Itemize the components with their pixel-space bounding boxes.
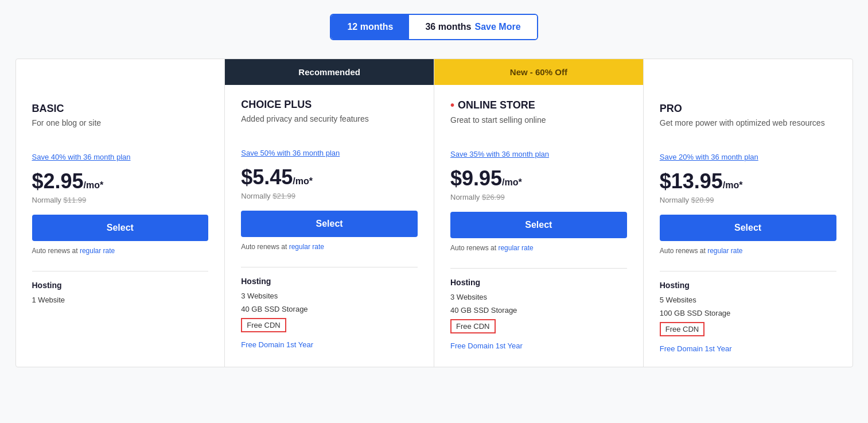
plan-basic-hosting-label: Hosting xyxy=(32,281,209,290)
plan-pro-desc: Get more power with optimized web resour… xyxy=(660,118,836,141)
plan-choice-plus-price: $5.45/mo* xyxy=(241,165,418,189)
plan-pro-regular-rate-link[interactable]: regular rate xyxy=(707,247,742,255)
plan-basic: BASIC For one blog or site Save 40% with… xyxy=(16,59,225,367)
plan-choice-plus-hosting-item-1: 40 GB SSD Storage xyxy=(241,305,418,313)
plan-pro-hosting-item-1: 100 GB SSD Storage xyxy=(660,309,836,317)
plan-basic-name: BASIC xyxy=(32,103,209,115)
36-months-label: 36 months xyxy=(425,22,471,32)
plan-choice-plus-auto-renew: Auto renews at regular rate xyxy=(241,243,418,251)
plan-choice-plus-normally: Normally $21.99 xyxy=(241,192,418,200)
plan-choice-plus-hosting-label: Hosting xyxy=(241,277,418,286)
plan-choice-plus-save-link[interactable]: Save 50% with 36 month plan xyxy=(241,149,418,157)
plan-online-store: New - 60% Off •ONLINE STORE Great to sta… xyxy=(434,59,644,367)
plan-pro-hosting-item-0: 5 Websites xyxy=(660,296,836,304)
plan-online-store-hosting-label: Hosting xyxy=(450,278,627,287)
12-months-tab[interactable]: 12 months xyxy=(331,15,409,39)
plan-online-store-name: •ONLINE STORE xyxy=(450,99,627,112)
plan-pro-normally: Normally $28.99 xyxy=(660,196,836,204)
plan-online-store-save-link[interactable]: Save 35% with 36 month plan xyxy=(450,150,627,158)
plan-online-store-desc: Great to start selling online xyxy=(450,115,627,138)
plan-online-store-hosting-item-0: 3 Websites xyxy=(450,293,627,301)
plan-online-store-free-domain-link[interactable]: Free Domain 1st Year xyxy=(450,341,627,350)
plan-online-store-price: $9.95/mo* xyxy=(450,166,627,191)
plan-choice-plus-name: CHOICE PLUS xyxy=(241,99,418,111)
plan-choice-plus: Recommended CHOICE PLUS Added privacy an… xyxy=(225,59,434,367)
plan-choice-plus-badge: Recommended xyxy=(225,59,434,85)
plan-pro-hosting-label: Hosting xyxy=(660,281,836,290)
plan-pro-save-link[interactable]: Save 20% with 36 month plan xyxy=(660,153,836,161)
plan-choice-plus-hosting-item-0: 3 Websites xyxy=(241,292,418,300)
plan-basic-desc: For one blog or site xyxy=(32,118,209,141)
plans-container: BASIC For one blog or site Save 40% with… xyxy=(15,59,853,367)
plan-online-store-select-button[interactable]: Select xyxy=(450,212,627,238)
plan-choice-plus-cdn-badge: Free CDN xyxy=(241,318,286,332)
36-months-tab[interactable]: 36 monthsSave More xyxy=(409,15,536,39)
plan-basic-regular-rate-link[interactable]: regular rate xyxy=(80,247,115,255)
plan-choice-plus-free-domain-link[interactable]: Free Domain 1st Year xyxy=(241,340,418,349)
plan-pro-cdn-badge: Free CDN xyxy=(660,322,705,336)
plan-basic-save-link[interactable]: Save 40% with 36 month plan xyxy=(32,153,209,161)
plan-pro: PRO Get more power with optimized web re… xyxy=(644,59,853,367)
plan-pro-price: $13.95/mo* xyxy=(660,169,836,193)
plan-pro-free-domain-link[interactable]: Free Domain 1st Year xyxy=(660,344,836,353)
plan-online-store-regular-rate-link[interactable]: regular rate xyxy=(498,244,533,252)
online-store-dot: • xyxy=(450,99,454,112)
plan-basic-badge xyxy=(16,59,225,89)
plan-pro-select-button[interactable]: Select xyxy=(660,215,836,241)
plan-basic-select-button[interactable]: Select xyxy=(32,215,209,241)
plan-online-store-hosting-item-1: 40 GB SSD Storage xyxy=(450,306,627,315)
plan-basic-auto-renew: Auto renews at regular rate xyxy=(32,247,209,255)
plan-choice-plus-regular-rate-link[interactable]: regular rate xyxy=(289,243,324,251)
plan-basic-hosting-item-0: 1 Website xyxy=(32,296,209,304)
plan-online-store-auto-renew: Auto renews at regular rate xyxy=(450,244,627,252)
plan-basic-normally: Normally $11.99 xyxy=(32,196,209,204)
plan-online-store-cdn-badge: Free CDN xyxy=(450,319,496,333)
plan-online-store-badge: New - 60% Off xyxy=(434,59,643,85)
billing-toggle[interactable]: 12 months 36 monthsSave More xyxy=(330,14,538,40)
save-more-label: Save More xyxy=(474,22,520,32)
plan-basic-price: $2.95/mo* xyxy=(32,169,209,193)
plan-online-store-normally: Normally $26.99 xyxy=(450,193,627,201)
plan-choice-plus-select-button[interactable]: Select xyxy=(241,211,418,237)
plan-pro-badge xyxy=(644,59,853,89)
plan-pro-name: PRO xyxy=(660,103,836,115)
plan-choice-plus-desc: Added privacy and security features xyxy=(241,114,418,137)
plan-pro-auto-renew: Auto renews at regular rate xyxy=(660,247,836,255)
